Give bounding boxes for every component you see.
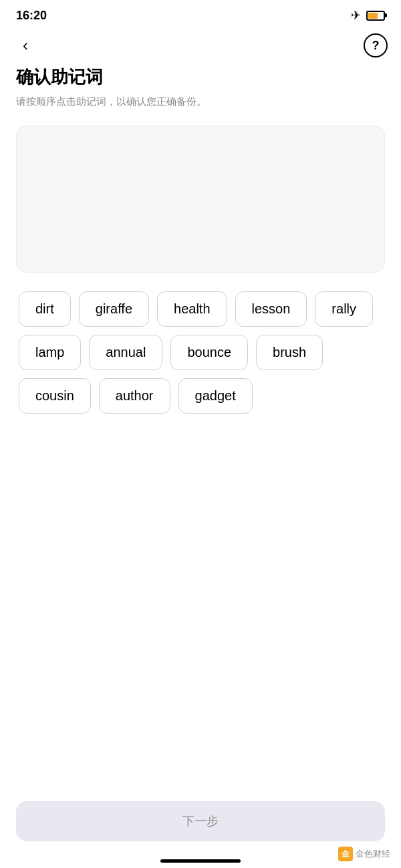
word-chip[interactable]: dirt [19,291,71,327]
next-button[interactable]: 下一步 [16,801,385,841]
word-chip[interactable]: lesson [235,291,307,327]
watermark-text: 金色财经 [356,848,390,860]
word-chip[interactable]: gadget [178,378,253,414]
battery-icon [366,11,385,21]
status-bar: 16:20 ✈ [0,0,401,28]
word-chip[interactable]: annual [89,335,162,370]
word-chip[interactable]: cousin [19,378,91,414]
help-button[interactable]: ? [364,33,388,57]
page-subtitle: 请按顺序点击助记词，以确认您正确备份。 [16,94,385,110]
bottom-area: 下一步 [16,801,385,841]
word-chip[interactable]: bounce [170,335,248,370]
word-chip[interactable]: author [99,378,170,414]
word-chip[interactable]: brush [256,335,323,370]
status-icons: ✈ [351,8,385,23]
word-chip[interactable]: giraffe [79,291,149,327]
word-chip[interactable]: health [157,291,227,327]
watermark: 金 金色财经 [338,847,390,861]
word-chip[interactable]: rally [315,291,373,327]
word-chip[interactable]: lamp [19,335,81,370]
page-content: 确认助记词 请按顺序点击助记词，以确认您正确备份。 dirtgiraffehea… [0,65,401,414]
battery-fill [368,13,378,19]
mnemonic-display-area [16,126,385,273]
watermark-logo: 金 [338,847,353,861]
words-grid: dirtgiraffehealthlessonrallylampannualbo… [16,291,385,414]
airplane-icon: ✈ [351,8,361,23]
back-button[interactable]: ‹ [13,33,37,57]
nav-bar: ‹ ? [0,28,401,65]
page-title: 确认助记词 [16,65,385,89]
home-indicator [160,859,241,863]
status-time: 16:20 [16,9,47,23]
